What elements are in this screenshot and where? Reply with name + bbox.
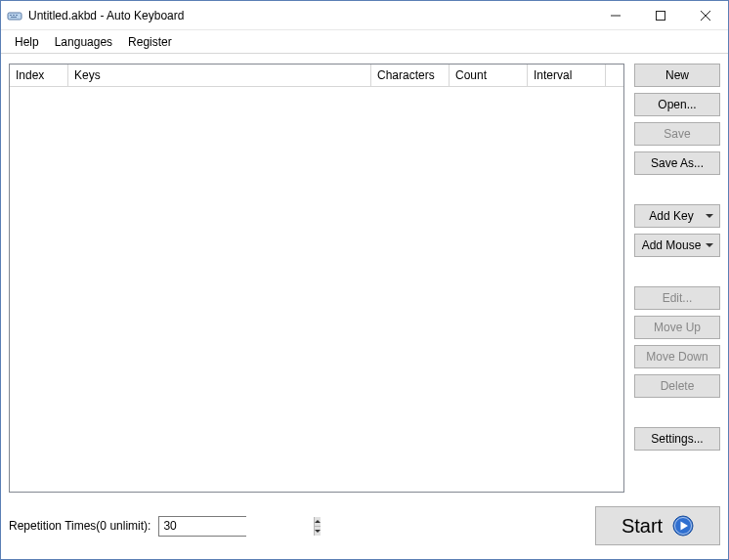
add-key-label: Add Key <box>649 209 693 223</box>
col-count[interactable]: Count <box>450 65 528 87</box>
save-as-button[interactable]: Save As... <box>634 151 720 175</box>
col-interval[interactable]: Interval <box>528 65 606 87</box>
window-controls <box>593 1 728 29</box>
svg-rect-1 <box>10 15 12 16</box>
move-up-button[interactable]: Move Up <box>634 316 720 339</box>
new-button[interactable]: New <box>634 64 720 87</box>
start-button[interactable]: Start <box>595 506 720 545</box>
menu-help[interactable]: Help <box>7 32 47 52</box>
settings-button[interactable]: Settings... <box>634 427 720 451</box>
maximize-button[interactable] <box>638 1 683 30</box>
play-icon <box>672 515 694 537</box>
svg-rect-4 <box>11 17 17 18</box>
client-area: Index Keys Characters Count Interval New… <box>1 54 728 493</box>
title-bar: Untitled.akbd - Auto Keyboard <box>1 1 728 30</box>
svg-rect-0 <box>8 13 21 20</box>
svg-rect-3 <box>16 15 18 16</box>
col-keys[interactable]: Keys <box>68 65 371 87</box>
col-index[interactable]: Index <box>10 65 68 87</box>
chevron-down-icon <box>706 214 713 218</box>
repetition-label: Repetition Times(0 unlimit): <box>9 519 150 533</box>
menu-register[interactable]: Register <box>120 32 180 52</box>
open-button[interactable]: Open... <box>634 93 720 116</box>
menu-bar: Help Languages Register <box>1 30 728 54</box>
start-label: Start <box>622 515 663 538</box>
save-button[interactable]: Save <box>634 122 720 146</box>
add-mouse-button[interactable]: Add Mouse <box>634 234 720 257</box>
close-button[interactable] <box>683 1 728 30</box>
app-icon <box>7 8 22 23</box>
minimize-button[interactable] <box>593 1 638 30</box>
delete-button[interactable]: Delete <box>634 374 720 398</box>
arrow-down-icon <box>315 530 321 533</box>
svg-rect-6 <box>657 12 665 21</box>
spin-down-button[interactable] <box>315 527 321 536</box>
side-buttons: New Open... Save Save As... Add Key Add … <box>634 64 720 493</box>
spin-up-button[interactable] <box>315 517 321 527</box>
move-down-button[interactable]: Move Down <box>634 345 720 368</box>
spin-buttons <box>314 517 321 536</box>
table-body[interactable] <box>10 87 623 492</box>
col-characters[interactable]: Characters <box>371 65 450 87</box>
edit-button[interactable]: Edit... <box>634 286 720 310</box>
repetition-input[interactable] <box>159 517 314 536</box>
chevron-down-icon <box>706 243 713 247</box>
menu-languages[interactable]: Languages <box>47 32 120 52</box>
action-table[interactable]: Index Keys Characters Count Interval <box>9 64 624 493</box>
svg-rect-2 <box>13 15 15 16</box>
window-title: Untitled.akbd - Auto Keyboard <box>28 9 593 22</box>
bottom-bar: Repetition Times(0 unlimit): Start <box>1 493 728 559</box>
arrow-up-icon <box>315 520 321 523</box>
col-spacer <box>606 65 623 87</box>
repetition-spinbox[interactable] <box>158 516 246 537</box>
add-key-button[interactable]: Add Key <box>634 204 720 228</box>
table-header: Index Keys Characters Count Interval <box>10 65 623 87</box>
add-mouse-label: Add Mouse <box>642 238 702 252</box>
